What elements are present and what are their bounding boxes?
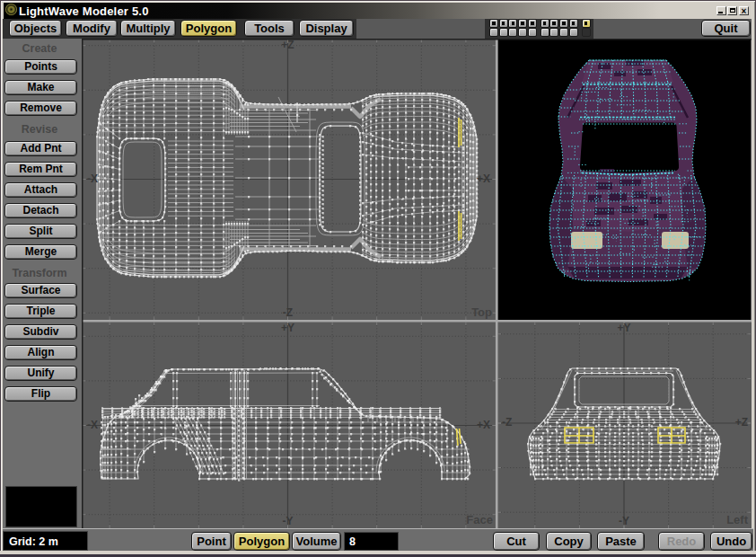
svg-text:-Y: -Y bbox=[619, 515, 629, 527]
svg-text:Face: Face bbox=[466, 513, 493, 526]
svg-text:Left: Left bbox=[726, 513, 749, 526]
svg-text:-Z: -Z bbox=[283, 306, 293, 319]
svg-text:+Y: +Y bbox=[617, 322, 630, 334]
svg-text:-X: -X bbox=[87, 419, 98, 431]
svg-text:+X: +X bbox=[477, 419, 490, 431]
svg-text:+Z: +Z bbox=[735, 416, 748, 429]
svg-text:-Z: -Z bbox=[502, 416, 512, 429]
svg-text:-X: -X bbox=[87, 172, 98, 185]
svg-text:Top: Top bbox=[471, 305, 492, 319]
svg-text:+Y: +Y bbox=[281, 322, 294, 334]
svg-text:+X: +X bbox=[477, 172, 490, 185]
svg-text:+Z: +Z bbox=[281, 39, 294, 51]
svg-text:-Y: -Y bbox=[283, 515, 294, 527]
